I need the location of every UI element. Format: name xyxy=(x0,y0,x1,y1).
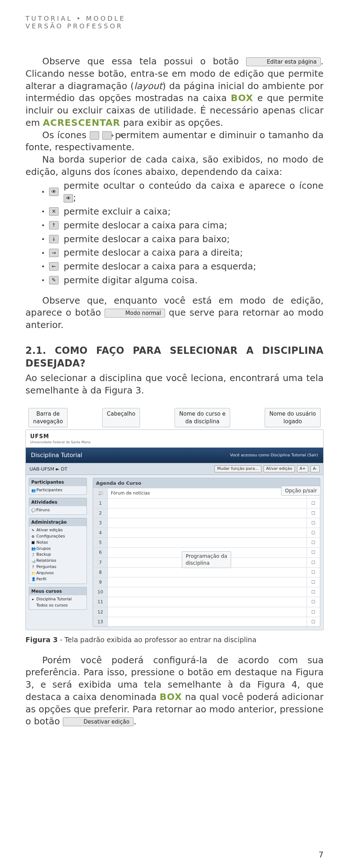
fig-toolbar-right: Mudar função para... Ativar edição A+ A- xyxy=(214,465,320,472)
p1-text-a: Observe que essa tela possui o botão xyxy=(42,56,246,67)
bullet-1: ✕permite excluir a caixa; xyxy=(42,205,324,218)
agenda-row-num: 10 xyxy=(93,587,108,597)
agenda-row-num: 6 xyxy=(93,548,108,557)
bullet-dot xyxy=(42,238,44,240)
agenda-row-chk: ☐ xyxy=(306,587,320,597)
bullet-5: ←permite deslocar a caixa para a esquerd… xyxy=(42,260,324,273)
figure-3-caption-label: Figura 3 xyxy=(25,636,58,644)
admin-item-icon: ■ xyxy=(31,540,35,545)
agenda-row: 1☐ xyxy=(93,498,320,508)
figure-3-caption-text: - Tela padrão exibida ao professor ao en… xyxy=(58,636,257,644)
admin-item: 👤Perfil xyxy=(31,576,84,583)
fig-breadcrumb-bar: UAB-UFSM ► DT Mudar função para... Ativa… xyxy=(26,463,323,475)
side-atividades-item: 💬Fóruns xyxy=(31,507,84,513)
agenda-box: Agenda do Curso 📰 Fórum de notícias ☐ 1☐… xyxy=(93,478,320,627)
callout-nav: Barra de navegação xyxy=(28,408,68,427)
body-text: Observe que essa tela possui o botão Edi… xyxy=(25,55,324,728)
news-icon: 📰 xyxy=(93,488,108,498)
fig-login-text: Você acessou como Disciplina Tutorial (S… xyxy=(230,453,318,458)
side-atividades-hdr: Atividades xyxy=(29,498,87,506)
agenda-row-mid xyxy=(108,538,306,547)
bullet-dot xyxy=(42,265,44,267)
fig-logo-bar: UFSM Universidade Federal de Santa Maria xyxy=(26,430,323,448)
admin-item-icon: ✎ xyxy=(31,528,35,533)
acrescentar-word: ACRESCENTAR xyxy=(43,117,120,128)
agenda-row: 9☐ xyxy=(93,577,320,587)
bullet-icon: 👁 xyxy=(49,188,59,196)
admin-item-icon: ⚙ xyxy=(31,534,35,539)
header-line-2: VERSÃO PROFESSOR xyxy=(25,22,324,30)
people-icon: 👥 xyxy=(31,488,35,493)
normal-mode-button: Modo normal xyxy=(105,309,165,317)
agenda-row-num: 2 xyxy=(93,508,108,518)
agenda-row: 10☐ xyxy=(93,587,320,597)
agenda-row-mid xyxy=(108,568,306,577)
admin-item-label: Backup xyxy=(36,552,51,557)
role-select: Mudar função para... xyxy=(214,465,261,472)
agenda-row-mid xyxy=(108,597,306,606)
agenda-row-mid xyxy=(108,558,306,567)
paragraph-1: Observe que essa tela possui o botão Edi… xyxy=(25,55,324,129)
bullet-text: permite deslocar a caixa para baixo; xyxy=(64,233,324,245)
bullet-dot xyxy=(42,191,44,193)
bullet-dot xyxy=(42,224,44,226)
agenda-row-chk: ☐ xyxy=(306,577,320,587)
figure-3: Barra de navegação Cabeçalho Nome do cur… xyxy=(25,408,324,644)
paragraph-3: Na borda superior de cada caixa, são exi… xyxy=(25,153,324,178)
header-line-1: TUTORIAL • MOODLE xyxy=(25,15,324,22)
side-atividades-label: Fóruns xyxy=(36,508,50,513)
agenda-row-mid xyxy=(108,548,306,557)
side-participantes: Participantes 👥Participantes xyxy=(29,478,87,495)
agenda-row: 6☐ xyxy=(93,547,320,557)
fig-aminus-icon: A- xyxy=(310,465,320,472)
agenda-row-chk: ☐ xyxy=(306,607,320,617)
admin-item-icon: ⤴ xyxy=(31,552,35,557)
bullet-icon: ← xyxy=(49,262,59,271)
agenda-row-num: 5 xyxy=(93,538,108,547)
side-cursos-hdr: Meus cursos xyxy=(29,587,87,595)
admin-item-label: Perguntas xyxy=(36,564,56,570)
callout-logout: Opção p/sair xyxy=(281,486,321,496)
bullet-dot xyxy=(42,211,44,212)
fig-course-title: Disciplina Tutorial xyxy=(31,451,82,459)
box-word: BOX xyxy=(231,93,253,103)
agenda-row-num: 8 xyxy=(93,568,108,577)
agenda-row: 4☐ xyxy=(93,528,320,537)
cursos-item-icon: ▸ xyxy=(31,597,35,602)
agenda-row-chk: ☐ xyxy=(306,617,320,627)
bullet-text: permite ocultar o conteúdo da caixa e ap… xyxy=(64,180,324,204)
bullet-icon: ↑ xyxy=(49,221,59,229)
admin-item: ⚙Configurações xyxy=(31,533,84,540)
box-word-2: BOX xyxy=(160,692,182,702)
side-admin: Administração ✎Ativar edição⚙Configuraçõ… xyxy=(29,518,87,584)
callout-course-name: Nome do curso e da disciplina xyxy=(174,408,230,427)
agenda-forum-label: Fórum de notícias xyxy=(108,488,306,498)
bullet-text: permite digitar alguma coisa. xyxy=(64,274,324,287)
side-cursos: Meus cursos ▸Disciplina Tutorial Todos o… xyxy=(29,587,87,610)
bullet-text: permite excluir a caixa; xyxy=(64,205,324,218)
admin-item: ?Perguntas xyxy=(31,564,84,570)
agenda-row-chk: ☐ xyxy=(306,558,320,567)
agenda-row-chk: ☐ xyxy=(306,548,320,557)
bullet-icon: → xyxy=(49,249,59,257)
bullet-0: 👁permite ocultar o conteúdo da caixa e a… xyxy=(42,180,324,204)
forum-icon: 💬 xyxy=(31,508,35,513)
admin-item: 📊Relatórios xyxy=(31,558,84,564)
admin-item: ✎Ativar edição xyxy=(31,527,84,533)
cursos-item-label: Todos os cursos xyxy=(36,603,68,608)
p5-text-c: . xyxy=(133,716,136,727)
admin-item: 👥Grupos xyxy=(31,546,84,552)
section-2-1-title: 2.1. COMO FAÇO PARA SELECIONAR A DISCIPL… xyxy=(25,344,324,370)
agenda-row-mid xyxy=(108,588,306,596)
admin-item-label: Relatórios xyxy=(36,558,56,564)
agenda-row: 3☐ xyxy=(93,518,320,528)
side-participantes-label: Participantes xyxy=(36,488,62,493)
admin-item-icon: 👥 xyxy=(31,546,35,551)
admin-item-label: Grupos xyxy=(36,546,51,552)
agenda-row: 7☐ xyxy=(93,557,320,567)
p1-text-e: para exibir as opções. xyxy=(120,117,223,128)
document-header: TUTORIAL • MOODLE VERSÃO PROFESSOR xyxy=(25,15,324,30)
cursos-item: ▸Disciplina Tutorial xyxy=(31,596,84,603)
agenda-row-mid xyxy=(108,578,306,587)
layout-word: layout xyxy=(134,81,163,91)
